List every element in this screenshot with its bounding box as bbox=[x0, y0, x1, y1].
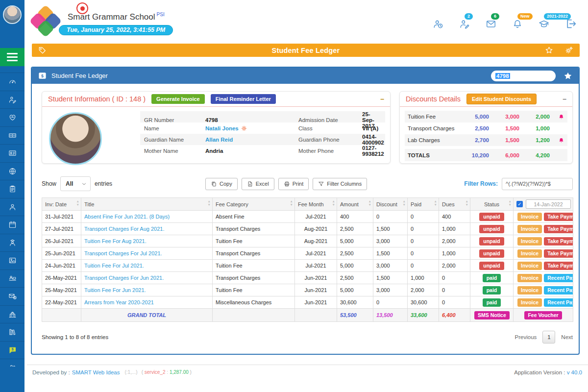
recent-button[interactable]: Recent Payment bbox=[544, 274, 573, 282]
col-amount[interactable]: Amount▲▼ bbox=[337, 198, 373, 211]
sidebar-item-id-card[interactable] bbox=[0, 144, 24, 162]
invoice-button[interactable]: Invoice bbox=[517, 298, 542, 307]
sort-icon[interactable]: ▲▼ bbox=[466, 200, 468, 206]
col-dues[interactable]: Dues▲▼ bbox=[439, 198, 470, 211]
collapse-icon[interactable]: – bbox=[563, 96, 566, 102]
col-paid[interactable]: Paid▲▼ bbox=[408, 198, 439, 211]
fee-title-link[interactable]: Transport Charges For Aug 2021. bbox=[84, 226, 164, 232]
header-messages-button[interactable]: 6 bbox=[486, 19, 496, 29]
col-discount[interactable]: Discount▲▼ bbox=[373, 198, 408, 211]
fee-month-cell: Jun-2021 bbox=[295, 284, 337, 296]
header-user-edit-button[interactable]: 2 bbox=[459, 19, 470, 29]
settings-gears-icon[interactable] bbox=[565, 46, 573, 54]
paid-cell: 0 bbox=[408, 260, 439, 272]
sort-icon[interactable]: ▲▼ bbox=[434, 200, 437, 206]
sidebar-item-web-portal[interactable] bbox=[0, 162, 24, 180]
final-reminder-button[interactable]: Final Reminder Letter bbox=[211, 94, 276, 104]
favorite-star-icon[interactable] bbox=[545, 46, 553, 54]
sort-icon[interactable]: ▲▼ bbox=[208, 200, 211, 206]
invoice-button[interactable]: Invoice bbox=[517, 262, 542, 270]
col-fee-month[interactable]: Fee Month▲▼ bbox=[295, 198, 337, 211]
take-button[interactable]: Take Payment bbox=[544, 237, 573, 245]
col-inv-date[interactable]: Inv: Date▲▼ bbox=[42, 198, 81, 211]
sidebar-item-fee-mail[interactable] bbox=[0, 287, 24, 305]
sidebar-item-students[interactable] bbox=[0, 198, 24, 216]
filter-columns-button[interactable]: Filter Columns bbox=[313, 178, 367, 190]
sidebar-item-fee-ledger[interactable]: $ bbox=[0, 341, 24, 359]
col-fee-category[interactable]: Fee Category▲▼ bbox=[213, 198, 295, 211]
header-user-clock-button[interactable] bbox=[433, 19, 443, 29]
menu-toggle-button[interactable] bbox=[0, 48, 24, 66]
take-button[interactable]: Take Payment bbox=[544, 213, 573, 221]
fee-row: 26-May-2021Transport Charges For Jun 202… bbox=[42, 272, 573, 284]
invoice-button[interactable]: Invoice bbox=[517, 237, 542, 245]
sort-icon[interactable]: ▲▼ bbox=[509, 200, 512, 206]
sidebar-item-campus[interactable] bbox=[0, 305, 24, 323]
sort-icon[interactable]: ▲▼ bbox=[332, 200, 335, 206]
fee-title-link[interactable]: Tuition Fee For Jun 2021. bbox=[84, 287, 146, 293]
show-entries-select[interactable]: All bbox=[60, 176, 91, 191]
school-logo bbox=[32, 7, 59, 35]
invoice-button[interactable]: Invoice bbox=[517, 274, 542, 282]
sidebar-item-dashboard[interactable] bbox=[0, 73, 24, 91]
recent-button[interactable]: Recent Payment bbox=[544, 298, 573, 307]
fee-title-link[interactable]: Tuition Fee For Aug 2021. bbox=[84, 238, 147, 244]
fee-category-cell: Transport Charges bbox=[213, 223, 295, 235]
sidebar-item-graduates[interactable] bbox=[0, 234, 24, 252]
recent-button[interactable]: Recent Payment bbox=[544, 286, 573, 294]
date-filter-input[interactable] bbox=[526, 199, 571, 209]
sidebar-item-fees[interactable] bbox=[0, 126, 24, 145]
fee-title-link[interactable]: Transport Charges For Jun 2021. bbox=[84, 275, 164, 281]
student-name-link[interactable]: Natali Jones bbox=[205, 125, 298, 132]
sidebar-item-staff[interactable] bbox=[0, 359, 24, 367]
next-page-button[interactable]: Next bbox=[561, 334, 573, 340]
generate-invoice-button[interactable]: Generate Invoice bbox=[151, 94, 205, 104]
invoice-button[interactable]: Invoice bbox=[517, 213, 542, 221]
date-filter-checkbox[interactable]: ✓ bbox=[516, 201, 523, 207]
take-button[interactable]: Take Payment bbox=[544, 262, 573, 270]
previous-page-button[interactable]: Previous bbox=[515, 334, 537, 340]
collapse-icon[interactable]: – bbox=[380, 96, 384, 102]
header-logout-button[interactable] bbox=[565, 18, 577, 30]
excel-button[interactable]: Excel bbox=[242, 178, 274, 190]
sidebar-item-reports[interactable] bbox=[0, 180, 24, 198]
take-button[interactable]: Take Payment bbox=[544, 249, 573, 258]
sort-icon[interactable]: ▲▼ bbox=[368, 200, 371, 206]
sort-icon[interactable]: ▲▼ bbox=[290, 200, 293, 206]
fee-title-link[interactable]: Absent Fine For Jun 2021. (8 Days) bbox=[84, 214, 170, 220]
fee-title-link[interactable]: Arrears from Year 2020-2021 bbox=[84, 299, 154, 305]
copy-button[interactable]: Copy bbox=[205, 178, 238, 190]
invoice-button[interactable]: Invoice bbox=[517, 286, 542, 294]
header-session-button[interactable]: 2021-2022 bbox=[539, 19, 549, 29]
bell-icon[interactable] bbox=[558, 137, 564, 144]
sidebar-item-classroom[interactable] bbox=[0, 270, 24, 288]
page-number-button[interactable]: 1 bbox=[542, 331, 555, 343]
col-title[interactable]: Title▲▼ bbox=[81, 198, 213, 211]
header-notifications-button[interactable]: New bbox=[512, 19, 523, 29]
fee-voucher-button[interactable]: Fee Voucher bbox=[524, 311, 562, 319]
panel-star-icon[interactable] bbox=[563, 71, 573, 81]
sort-icon[interactable]: ▲▼ bbox=[76, 200, 79, 206]
developer-link[interactable]: SMART Web Ideas bbox=[72, 369, 120, 375]
guardian-name-link[interactable]: Allan Reid bbox=[205, 137, 298, 143]
sidebar-item-health[interactable] bbox=[0, 108, 24, 126]
sidebar-item-library[interactable] bbox=[0, 323, 24, 341]
invoice-button[interactable]: Invoice bbox=[517, 225, 542, 233]
sidebar-item-attendance[interactable] bbox=[0, 216, 24, 234]
fee-title-link[interactable]: Tuition Fee For Jul 2021. bbox=[84, 263, 144, 269]
student-search-input[interactable]: 4798 bbox=[491, 71, 556, 81]
fee-title-link[interactable]: Transport Charges For Jul 2021. bbox=[84, 250, 162, 256]
sort-icon[interactable]: ▲▼ bbox=[403, 200, 406, 206]
sms-notice-button[interactable]: SMS Notice bbox=[474, 311, 510, 319]
filter-rows-input[interactable] bbox=[502, 178, 573, 190]
user-avatar[interactable] bbox=[3, 5, 22, 24]
invoice-button[interactable]: Invoice bbox=[517, 249, 542, 258]
discount-cell: 0 bbox=[373, 211, 408, 223]
col-status[interactable]: Status▲▼ bbox=[470, 198, 514, 211]
edit-discounts-button[interactable]: Edit Student Discounts bbox=[466, 94, 537, 104]
take-button[interactable]: Take Payment bbox=[544, 225, 573, 233]
bell-icon[interactable] bbox=[558, 114, 564, 120]
sidebar-item-photos[interactable] bbox=[0, 251, 24, 270]
sidebar-item-student-edit[interactable] bbox=[0, 91, 24, 109]
print-button[interactable]: Print bbox=[278, 178, 309, 190]
